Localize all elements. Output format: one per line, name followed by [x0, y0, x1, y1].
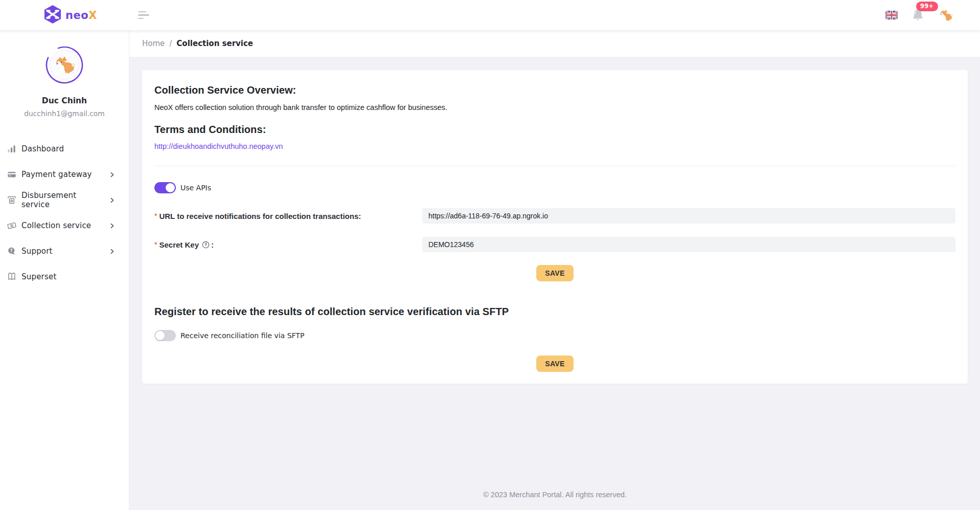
neox-hexagon-icon	[43, 5, 62, 26]
api-form: * URL to receive notifications for colle…	[154, 208, 955, 252]
breadcrumb-separator: /	[169, 39, 172, 48]
top-bar: neoX	[0, 0, 980, 30]
sidebar: Duc Chinh ducchinh1@gmail.com Dashboard	[0, 30, 129, 510]
terms-link[interactable]: http://dieukhoandichvuthuho.neopay.vn	[154, 142, 283, 150]
svg-text:?: ?	[10, 248, 13, 253]
secret-key-label: * Secret Key ? :	[154, 240, 422, 249]
secret-key-input[interactable]	[422, 237, 955, 252]
user-avatar[interactable]	[938, 9, 953, 21]
chevron-right-icon	[109, 249, 115, 254]
sidebar-item-disbursement-service[interactable]: Disbursement service	[0, 187, 129, 213]
book-icon	[7, 272, 16, 281]
sidebar-collapse-icon[interactable]	[138, 10, 151, 20]
topbar-actions: 99+	[885, 8, 980, 22]
chevron-right-icon	[109, 223, 115, 229]
help-question-icon[interactable]: ?	[202, 241, 210, 249]
profile-block: Duc Chinh ducchinh1@gmail.com	[0, 46, 129, 118]
logo-zone: neoX	[0, 5, 129, 26]
sidebar-item-payment-gateway[interactable]: Payment gateway	[0, 162, 129, 187]
profile-avatar	[45, 46, 84, 84]
divider	[154, 166, 955, 166]
sidebar-item-support[interactable]: ? Support	[0, 238, 129, 264]
breadcrumb-current: Collection service	[176, 39, 253, 48]
logo-text: neoX	[65, 9, 97, 21]
notification-count-badge[interactable]: 99+	[916, 2, 938, 11]
footer-copyright: © 2023 Merchant Portal. All rights reser…	[142, 491, 968, 510]
main-area: Home / Collection service Collection Ser…	[129, 30, 980, 510]
url-field-label: * URL to receive notifications for colle…	[154, 212, 422, 220]
sftp-save-button[interactable]: SAVE	[536, 356, 573, 372]
user-email: ducchinh1@gmail.com	[24, 109, 105, 118]
collection-service-card: Collection Service Overview: NeoX offers…	[142, 70, 968, 384]
use-apis-toggle[interactable]	[154, 182, 176, 193]
terms-title: Terms and Conditions:	[154, 124, 955, 136]
sidebar-item-collection-service[interactable]: Collection service	[0, 213, 129, 238]
neox-logo[interactable]: neoX	[43, 5, 97, 26]
svg-text:?: ?	[204, 242, 207, 247]
breadcrumb-home-link[interactable]: Home	[142, 39, 165, 48]
sidebar-nav: Dashboard Payment gateway	[0, 136, 129, 290]
chevron-right-icon	[109, 197, 115, 203]
use-apis-label: Use APIs	[180, 184, 211, 192]
corgi-avatar-image	[50, 50, 79, 80]
user-name: Duc Chinh	[42, 96, 87, 105]
save-button[interactable]: SAVE	[536, 265, 573, 281]
sftp-toggle-label: Receive reconciliation file via SFTP	[180, 331, 304, 340]
notification-url-input[interactable]	[422, 208, 955, 224]
chevron-right-icon	[109, 172, 115, 178]
sidebar-item-dashboard[interactable]: Dashboard	[0, 136, 129, 162]
sidebar-item-superset[interactable]: Superset	[0, 264, 129, 290]
support-icon: ?	[7, 247, 16, 256]
breadcrumb: Home / Collection service	[129, 30, 980, 57]
sftp-section-title: Register to receive the results of colle…	[154, 306, 955, 318]
overview-text: NeoX offers collection solution through …	[154, 103, 955, 112]
overview-title: Collection Service Overview:	[154, 84, 955, 96]
language-flag-icon[interactable]	[885, 11, 898, 19]
credit-card-icon	[7, 170, 16, 179]
sftp-toggle[interactable]	[154, 330, 176, 341]
bar-chart-icon	[7, 144, 16, 153]
withdraw-icon	[7, 195, 16, 205]
content-area: Collection Service Overview: NeoX offers…	[129, 57, 980, 510]
cash-icon	[7, 221, 16, 230]
